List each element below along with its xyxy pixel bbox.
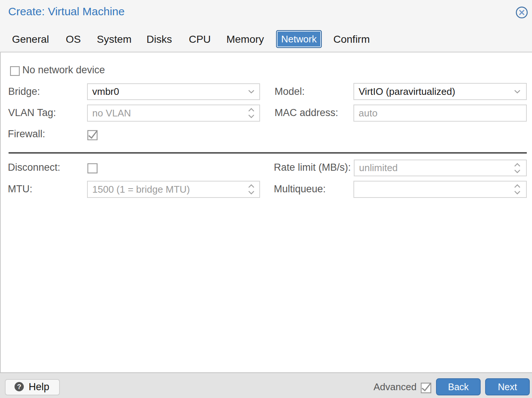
svg-text:?: ? [17,383,22,391]
